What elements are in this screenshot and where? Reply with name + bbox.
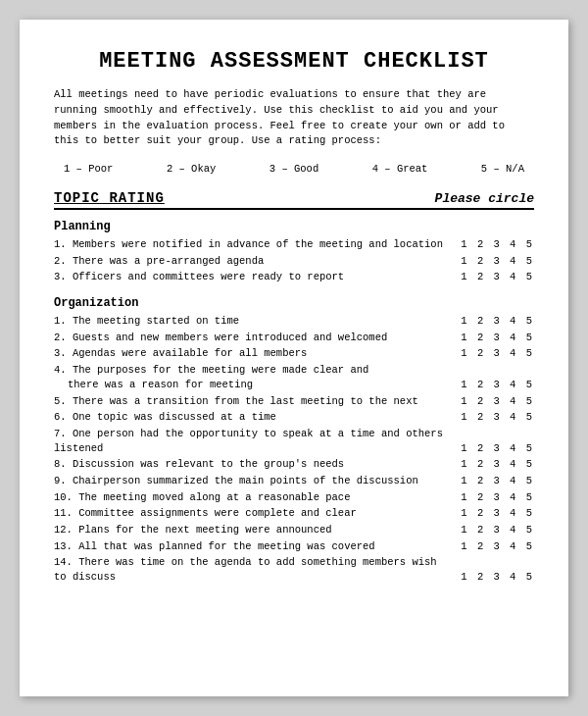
scale-3: 3 – Good — [270, 163, 318, 175]
list-item: 4. The purposes for the meeting were mad… — [54, 363, 534, 391]
list-item: 1. Members were notified in advance of t… — [54, 237, 534, 252]
list-item: 2. There was a pre-arranged agenda 1 2 3… — [54, 254, 534, 269]
intro-text: All meetings need to have periodic evalu… — [54, 87, 534, 149]
list-item: 7. One person had the opportunity to spe… — [54, 427, 534, 455]
please-circle-label: Please circle — [435, 191, 534, 206]
list-item: 10. The meeting moved along at a reasona… — [54, 490, 534, 505]
rating-scale: 1 – Poor 2 – Okay 3 – Good 4 – Great 5 –… — [54, 163, 534, 175]
page: MEETING ASSESSMENT CHECKLIST All meeting… — [20, 20, 568, 696]
topic-rating-label: TOPIC RATING — [54, 190, 165, 206]
list-item: 1. The meeting started on time 1 2 3 4 5 — [54, 314, 534, 329]
list-item: 14. There was time on the agenda to add … — [54, 555, 534, 584]
category-planning: Planning — [54, 220, 534, 233]
list-item: 5. There was a transition from the last … — [54, 394, 534, 409]
scale-2: 2 – Okay — [167, 163, 216, 175]
list-item: 6. One topic was discussed at a time 1 2… — [54, 410, 534, 425]
category-organization: Organization — [54, 296, 534, 310]
list-item: 11. Committee assignments were complete … — [54, 506, 534, 521]
list-item: 13. All that was planned for the meeting… — [54, 539, 534, 554]
list-item: 8. Discussion was relevant to the group'… — [54, 457, 534, 472]
list-item: 3. Agendas were available for all member… — [54, 346, 534, 361]
list-item: 12. Plans for the next meeting were anno… — [54, 523, 534, 537]
scale-5: 5 – N/A — [481, 163, 524, 175]
page-title: MEETING ASSESSMENT CHECKLIST — [54, 49, 534, 74]
scale-1: 1 – Poor — [64, 163, 113, 175]
section-header: TOPIC RATING Please circle — [54, 190, 534, 210]
list-item: 9. Chairperson summarized the main point… — [54, 474, 534, 488]
list-item: 2. Guests and new members were introduce… — [54, 331, 534, 345]
scale-4: 4 – Great — [372, 163, 428, 175]
list-item: 3. Officers and committees were ready to… — [54, 270, 534, 284]
